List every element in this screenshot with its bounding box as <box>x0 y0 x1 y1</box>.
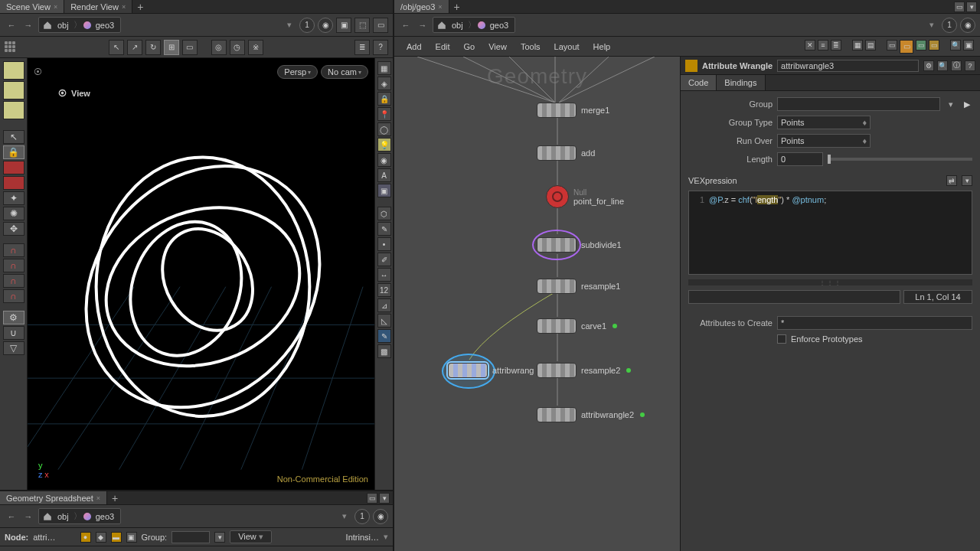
rtool-a-icon[interactable]: A <box>377 168 391 182</box>
grouptype-dropdown[interactable]: Points♦ <box>777 116 871 129</box>
rtool-1-icon[interactable]: ▦ <box>377 61 391 75</box>
rtool-lock-icon[interactable]: 🔒 <box>377 92 391 106</box>
add-tab-button[interactable]: + <box>449 1 465 13</box>
tool-select-icon[interactable] <box>3 61 24 80</box>
dropdown-icon[interactable]: ▾ <box>929 20 939 30</box>
node-value[interactable]: attri… <box>33 533 55 542</box>
add-param-icon[interactable]: ⇄ <box>946 175 957 186</box>
group-param-input[interactable] <box>777 97 940 111</box>
grid2-icon[interactable]: ▤ <box>865 40 876 51</box>
rtool-pin-icon[interactable]: 📍 <box>377 107 391 121</box>
rtool-t1-icon[interactable]: ⊿ <box>377 298 391 312</box>
pin-button[interactable]: 1 <box>299 18 315 33</box>
tab-geometry-spreadsheet[interactable]: Geometry Spreadsheet× <box>0 491 107 504</box>
menu-help[interactable]: Help <box>587 39 617 54</box>
vex-code-editor[interactable]: 1@P.z = chf("length") * @ptnum; <box>688 191 972 275</box>
view-dropdown[interactable]: View ▾ <box>230 530 272 543</box>
help-icon[interactable]: ? <box>373 40 388 55</box>
tool-magnet2-icon[interactable]: ∩ <box>3 259 24 272</box>
group-select-button[interactable]: ▶ <box>962 99 972 109</box>
rtool-checker-icon[interactable]: ▩ <box>377 344 391 358</box>
forward-arrow-icon[interactable]: → <box>21 510 35 523</box>
node-attribwrangle-selected[interactable]: attribwrang <box>448 363 534 378</box>
tool-magnet-icon[interactable]: ∩ <box>3 243 24 257</box>
pin-button[interactable]: 1 <box>942 18 957 33</box>
filter-icon[interactable]: ▾ <box>214 532 225 543</box>
link-button[interactable]: ◉ <box>318 18 333 33</box>
clock-icon[interactable]: ◷ <box>230 40 245 55</box>
length-slider[interactable] <box>828 158 972 161</box>
rtool-ruler-icon[interactable]: ↔ <box>377 268 391 282</box>
rtool-cube-icon[interactable]: ▣ <box>377 184 391 197</box>
tool-pointer-icon[interactable]: ↖ <box>3 130 24 144</box>
tool-magnet3-icon[interactable]: ∩ <box>3 274 24 288</box>
node-resample1[interactable]: resample1 <box>537 279 620 294</box>
breadcrumb-node[interactable]: geo3 <box>487 21 511 30</box>
overview-icon[interactable]: ▣ <box>963 40 974 51</box>
verts-icon[interactable]: ◆ <box>96 532 106 543</box>
tab-network-path[interactable]: /obj/geo3× <box>394 0 449 13</box>
rtool-n-icon[interactable]: 12 <box>377 283 391 297</box>
pin-button[interactable]: 1 <box>354 509 370 524</box>
length-input[interactable] <box>777 152 823 166</box>
forward-arrow-icon[interactable]: → <box>416 18 430 32</box>
tab-render-view[interactable]: Render View× <box>64 0 132 13</box>
vex-error-field[interactable] <box>688 290 900 304</box>
network-editor[interactable]: Geometry me <box>394 57 680 551</box>
dropdown-icon[interactable]: ▾ <box>342 511 351 521</box>
misc-icon[interactable]: ※ <box>248 40 263 55</box>
operator-name-input[interactable] <box>777 60 919 72</box>
tool-red1-icon[interactable] <box>3 161 24 174</box>
snap-mode-icon[interactable]: ⊞ <box>164 40 179 55</box>
list2-icon[interactable]: ≣ <box>831 40 841 51</box>
breadcrumb[interactable]: obj 〉 geo3 <box>433 17 515 33</box>
image-icon[interactable]: ▭ <box>916 40 926 51</box>
grid1-icon[interactable]: ▦ <box>852 40 863 51</box>
tool-star-icon[interactable]: ✦ <box>3 191 24 205</box>
link-button[interactable]: ◉ <box>960 18 975 33</box>
add-tab-button[interactable]: + <box>107 492 122 504</box>
breadcrumb[interactable]: obj 〉 geo3 <box>38 17 121 33</box>
node-point-for-line[interactable]: Nullpoint_for_line <box>546 185 624 208</box>
select-mode-icon[interactable]: ↖ <box>109 40 124 55</box>
node-add[interactable]: add <box>537 145 595 161</box>
menu-icon[interactable]: ▾ <box>966 2 977 12</box>
list-icon[interactable]: ≡ <box>818 40 828 51</box>
translate-mode-icon[interactable]: ↗ <box>127 40 142 55</box>
note-icon[interactable]: ▭ <box>887 40 897 51</box>
close-icon[interactable]: × <box>96 494 100 502</box>
target-icon[interactable]: ◎ <box>211 40 227 55</box>
points-icon[interactable]: ● <box>80 532 91 543</box>
search-net-icon[interactable]: 🔍 <box>950 40 961 51</box>
close-icon[interactable]: × <box>438 3 442 11</box>
back-arrow-icon[interactable]: ← <box>5 18 18 32</box>
tool-brush-icon[interactable] <box>3 101 24 119</box>
search-icon[interactable]: 🔍 <box>937 60 948 71</box>
menu-go[interactable]: Go <box>458 39 482 54</box>
tool-lasso-icon[interactable] <box>3 81 24 99</box>
maximize-icon[interactable]: ▭ <box>367 493 377 504</box>
intrinsics-dropdown[interactable]: Intrinsi… <box>346 533 379 542</box>
menu-view[interactable]: View <box>482 39 513 54</box>
wrench-icon[interactable]: ✕ <box>805 40 815 51</box>
breadcrumb-level[interactable]: obj <box>54 512 72 521</box>
layers-icon[interactable]: ⬚ <box>354 18 370 33</box>
detail-icon[interactable]: ▣ <box>126 532 137 543</box>
tab-code[interactable]: Code <box>681 75 717 90</box>
menu-icon[interactable]: ▾ <box>379 493 390 504</box>
gear-icon[interactable]: ⚙ <box>923 60 934 71</box>
back-arrow-icon[interactable]: ← <box>5 510 18 523</box>
tool-lock-icon[interactable]: 🔒 <box>3 145 24 159</box>
prims-icon[interactable]: ▬ <box>111 532 122 543</box>
rtool-2-icon[interactable]: ◈ <box>377 77 391 90</box>
rtool-bulb-icon[interactable]: 💡 <box>377 138 391 152</box>
tool-burst-icon[interactable]: ✺ <box>3 207 24 220</box>
breadcrumb-level[interactable]: obj <box>54 21 72 30</box>
group-dropdown-icon[interactable]: ▾ <box>945 99 957 109</box>
runover-dropdown[interactable]: Points♦ <box>777 134 871 148</box>
tab-bindings[interactable]: Bindings <box>717 75 765 90</box>
sticky-icon[interactable]: ▭ <box>900 40 913 54</box>
maximize-icon[interactable]: ▭ <box>954 2 965 12</box>
tool-magnet4-icon[interactable]: ∩ <box>3 289 24 303</box>
tool-bottom-icon[interactable]: ▽ <box>3 341 24 355</box>
